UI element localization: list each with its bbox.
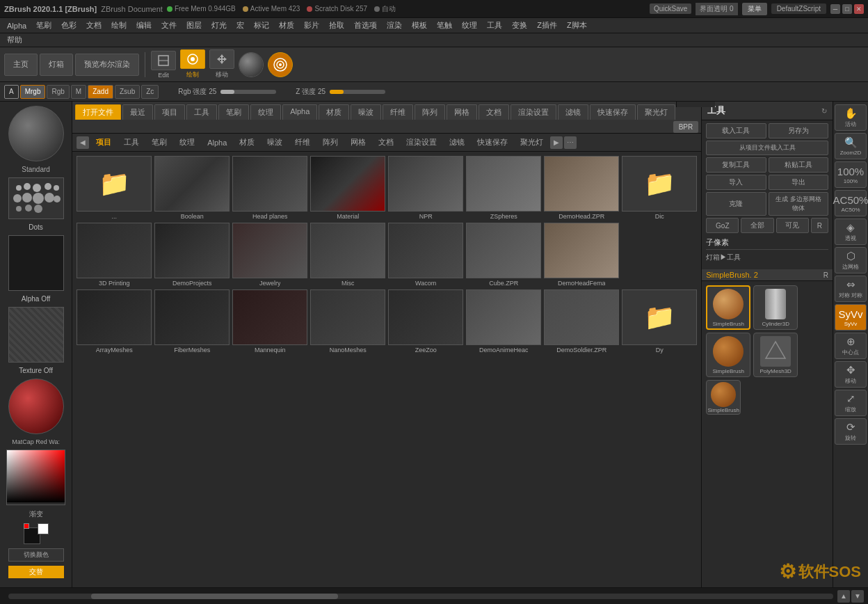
lb-nav-item-14[interactable]: 聚光灯 <box>515 136 549 149</box>
tool-thumb-simplebrush2[interactable]: SimpleBrush <box>706 333 750 377</box>
right-icon-5[interactable]: ⬡边网格 <box>835 247 867 273</box>
lb-nav-left[interactable]: ◀ <box>77 136 89 149</box>
sphere-preview[interactable] <box>239 52 264 77</box>
grid-item-0-4[interactable]: NPR <box>388 156 463 220</box>
menu-item-1[interactable]: 笔刷 <box>32 19 56 32</box>
tool-thumb-cylinder3d[interactable]: Cylinder3D <box>753 285 798 330</box>
right-icon-7[interactable]: SyVvSyVv <box>835 304 867 331</box>
draw-icon[interactable] <box>180 49 205 69</box>
menu-item-0[interactable]: Alpha <box>3 20 31 31</box>
right-icon-6[interactable]: ⇔对称 对称 <box>835 276 867 302</box>
grid-item-0-2[interactable]: Head planes <box>232 156 307 220</box>
right-icon-8[interactable]: ⊕中心点 <box>835 333 867 359</box>
grid-item-0-5[interactable]: ZSpheres <box>466 156 541 220</box>
right-icon-3[interactable]: AC50%AC50% <box>835 190 867 216</box>
lb-nav-options[interactable]: ⋯ <box>564 136 577 149</box>
menu-item-3[interactable]: 文档 <box>82 19 106 32</box>
home-btn[interactable]: 主页 <box>4 54 38 76</box>
nav-down-btn[interactable]: ▼ <box>851 590 864 603</box>
grid-item-1-2[interactable]: Jewelry <box>232 223 307 287</box>
grid-item-2-1[interactable]: FiberMeshes <box>154 289 230 353</box>
menu-item-9[interactable]: 宏 <box>232 19 248 32</box>
help-menu[interactable]: 帮助 <box>3 33 26 47</box>
load-from-project-btn[interactable]: 从项目文件载入工具 <box>706 141 828 155</box>
edit-icon[interactable] <box>151 51 176 70</box>
lb-tab-4[interactable]: 笔刷 <box>218 104 249 120</box>
menu-item-19[interactable]: 工具 <box>483 19 506 32</box>
scroll-area[interactable] <box>8 594 833 599</box>
preview-render-btn[interactable]: 预览布尔渲染 <box>75 54 139 76</box>
all-btn[interactable]: 全部 <box>741 218 773 233</box>
grid-item-1-6[interactable]: DemoHeadFema <box>544 223 619 287</box>
move-icon[interactable] <box>209 49 234 69</box>
lb-nav-item-6[interactable]: 噪波 <box>262 136 288 149</box>
lb-tab-0[interactable]: 打开文件 <box>75 104 121 120</box>
mrgb-btn[interactable]: Mrgb <box>20 85 46 99</box>
menu-item-20[interactable]: 变换 <box>508 19 531 32</box>
lightbox-tools-link[interactable]: 灯箱▶工具 <box>706 253 828 262</box>
grid-item-2-7[interactable]: 📁Dy <box>622 289 697 353</box>
color-picker[interactable] <box>6 450 65 505</box>
m-btn[interactable]: M <box>71 85 86 99</box>
lb-nav-item-7[interactable]: 纤维 <box>289 136 316 149</box>
exchange-btn[interactable]: 交替 <box>8 566 64 578</box>
menu-item-6[interactable]: 文件 <box>157 19 181 32</box>
right-icon-2[interactable]: 100%100% <box>835 161 867 188</box>
grid-item-1-4[interactable]: Wacom <box>388 223 463 287</box>
right-icon-11[interactable]: ⟳旋转 <box>835 418 867 445</box>
export-btn[interactable]: 导出 <box>769 175 828 190</box>
menu-item-12[interactable]: 影片 <box>300 19 323 32</box>
goz-btn[interactable]: GoZ <box>706 218 739 233</box>
right-icon-9[interactable]: ✥移动 <box>835 361 867 388</box>
lb-tab-16[interactable]: 聚光灯 <box>637 104 675 120</box>
copy-tool-btn[interactable]: 复制工具 <box>706 157 766 173</box>
matcap-preview[interactable] <box>8 379 64 434</box>
rgb-intensity-slider[interactable] <box>220 90 276 94</box>
tool-thumb-polymesh3d[interactable]: PolyMesh3D <box>753 333 798 377</box>
menu-item-7[interactable]: 图层 <box>182 19 206 32</box>
grid-item-0-0[interactable]: 📁... <box>77 156 152 220</box>
lb-tab-13[interactable]: 渲染设置 <box>511 104 556 120</box>
lb-nav-item-10[interactable]: 文档 <box>373 136 399 149</box>
lb-tab-3[interactable]: 工具 <box>186 104 217 120</box>
grid-item-2-2[interactable]: Mannequin <box>232 289 307 353</box>
visible-btn[interactable]: 可见 <box>776 218 809 233</box>
lb-tab-5[interactable]: 纹理 <box>250 104 281 120</box>
lb-tab-15[interactable]: 快速保存 <box>590 104 636 120</box>
load-tool-btn[interactable]: 载入工具 <box>706 123 766 138</box>
right-icon-1[interactable]: 🔍Zoom2D <box>835 133 867 159</box>
make-polymesh-btn[interactable]: 生成 多边形网格物体 <box>769 192 828 216</box>
zc-btn[interactable]: Zc <box>141 85 159 99</box>
maximize-btn[interactable]: □ <box>842 4 852 14</box>
switch-color-btn[interactable]: 切换颜色 <box>8 548 64 562</box>
menu-item-8[interactable]: 灯光 <box>207 19 231 32</box>
lb-nav-item-9[interactable]: 网格 <box>345 136 371 149</box>
scrollbar[interactable] <box>8 594 833 599</box>
lb-nav-item-13[interactable]: 快速保存 <box>472 136 513 149</box>
lb-nav-item-0[interactable]: 项目 <box>90 136 117 149</box>
texture-preview[interactable] <box>8 307 64 363</box>
menu-item-2[interactable]: 色彩 <box>57 19 81 32</box>
grid-item-2-4[interactable]: ZeeZoo <box>388 289 463 353</box>
menu-item-10[interactable]: 标记 <box>250 19 273 32</box>
grid-item-2-5[interactable]: DemoAnimeHeac <box>466 289 541 353</box>
right-panel-refresh[interactable]: ↻ <box>821 107 827 115</box>
r-btn[interactable]: R <box>811 218 828 233</box>
right-icon-0[interactable]: ✋活动 <box>835 104 867 131</box>
menu-item-17[interactable]: 笔触 <box>433 19 456 32</box>
menu-item-13[interactable]: 拾取 <box>325 19 348 32</box>
import-btn[interactable]: 导入 <box>706 175 766 190</box>
background-swatch[interactable] <box>38 523 49 534</box>
menu-item-11[interactable]: 材质 <box>275 19 298 32</box>
lb-tab-1[interactable]: 最近 <box>122 104 153 120</box>
lb-tab-12[interactable]: 文档 <box>479 104 509 120</box>
grid-item-0-1[interactable]: Boolean <box>154 156 230 220</box>
lb-nav-item-5[interactable]: 材质 <box>234 136 260 149</box>
lb-nav-item-3[interactable]: 纹理 <box>174 136 200 149</box>
brush-preview[interactable] <box>8 106 64 161</box>
tool-thumb-simplebrush3[interactable]: SimpleBrush <box>706 380 741 415</box>
interface-trans[interactable]: 界面透明 0 <box>696 3 737 15</box>
lb-nav-item-1[interactable]: 工具 <box>118 136 145 149</box>
paste-tool-btn[interactable]: 粘贴工具 <box>769 157 828 173</box>
zsub-btn[interactable]: Zsub <box>115 85 140 99</box>
